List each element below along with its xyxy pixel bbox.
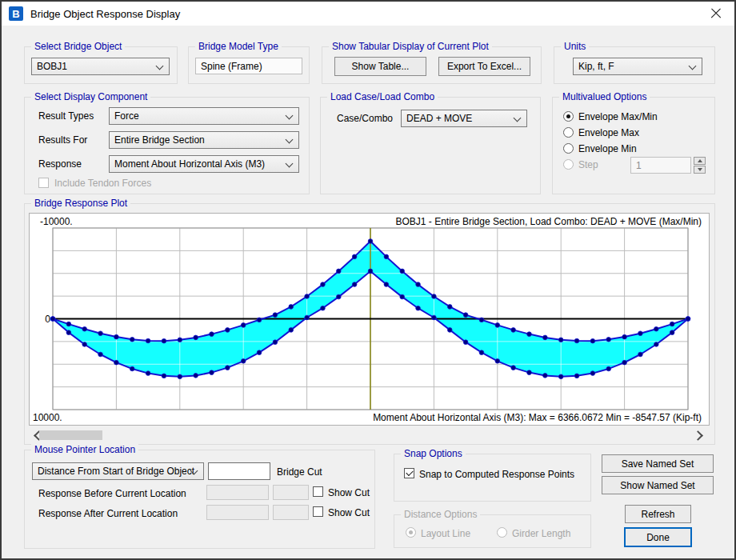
include-tendon-forces-checkbox[interactable] — [38, 178, 49, 188]
group-caption: Bridge Model Type — [195, 41, 282, 52]
y-axis-bottom-label: 10000. — [33, 412, 62, 423]
show-table-button[interactable]: Show Table... — [334, 57, 426, 76]
chevron-down-icon — [286, 160, 294, 168]
group-tabular-display: Show Tabular Display of Current Plot Sho… — [322, 46, 542, 84]
radio-layout-line[interactable] — [406, 527, 416, 538]
show-cut-after-label: Show Cut — [328, 507, 370, 518]
chevron-down-icon — [514, 114, 522, 122]
response-before-value-field — [206, 485, 269, 500]
show-cut-before-checkbox[interactable] — [313, 486, 323, 497]
step-label: Step — [578, 159, 598, 170]
step-input[interactable]: 1 — [630, 157, 691, 174]
response-after-label: Response After Current Location — [38, 508, 178, 519]
response-before-units-field — [273, 485, 309, 500]
response-select[interactable]: Moment About Horizontal Axis (M3) — [109, 155, 299, 173]
case-combo-value: DEAD + MOVE — [406, 113, 472, 124]
export-to-excel-button[interactable]: Export To Excel... — [438, 57, 530, 76]
snap-to-response-points-checkbox[interactable] — [404, 468, 414, 478]
units-select[interactable]: Kip, ft, F — [573, 58, 702, 75]
save-named-set-button[interactable]: Save Named Set — [602, 454, 714, 473]
y-axis-top-label: -10000. — [40, 216, 73, 227]
envelope-max-label: Envelope Max — [578, 127, 639, 138]
radio-envelope-min[interactable] — [563, 143, 574, 154]
show-named-set-button[interactable]: Show Named Set — [602, 476, 714, 494]
bridge-cut-input[interactable] — [208, 462, 270, 480]
group-caption: Mouse Pointer Location — [31, 444, 138, 455]
group-bridge-model-type: Bridge Model Type Spine (Frame) — [188, 46, 310, 84]
results-for-label: Results For — [38, 134, 87, 146]
y-axis-zero-label: 0 — [45, 314, 50, 325]
show-cut-after-checkbox[interactable] — [313, 506, 323, 517]
bridge-model-type-field: Spine (Frame) — [195, 58, 302, 74]
spin-down-icon[interactable] — [694, 166, 706, 174]
plot-horizontal-scrollbar[interactable] — [29, 429, 708, 442]
group-distance-options: Distance Options Layout Line Girder Leng… — [394, 514, 591, 548]
scrollbar-thumb[interactable] — [39, 430, 102, 440]
bridge-object-value: BOBJ1 — [37, 61, 67, 72]
response-plot-svg[interactable]: -10000.BOBJ1 - Entire Bridge Section, Lo… — [30, 214, 709, 425]
chevron-down-icon — [156, 62, 164, 70]
result-types-select[interactable]: Force — [109, 107, 299, 125]
app-icon: B — [9, 6, 23, 21]
group-caption: Units — [561, 41, 589, 52]
results-for-select[interactable]: Entire Bridge Section — [109, 131, 299, 149]
plot-title: BOBJ1 - Entire Bridge Section, Load Comb… — [396, 216, 702, 227]
group-bridge-response-plot: Bridge Response Plot -10000.BOBJ1 - Enti… — [24, 203, 715, 445]
layout-line-label: Layout Line — [421, 528, 470, 539]
group-display-component: Select Display Component Result Types Fo… — [24, 97, 310, 194]
chevron-down-icon — [286, 112, 294, 120]
group-units: Units Kip, ft, F — [554, 46, 715, 84]
done-button[interactable]: Done — [624, 527, 692, 547]
titlebar: B Bridge Object Response Display — [2, 2, 734, 26]
group-caption: Show Tabular Display of Current Plot — [329, 41, 492, 52]
response-before-label: Response Before Current Location — [38, 488, 186, 499]
response-value: Moment About Horizontal Axis (M3) — [114, 158, 265, 170]
result-types-value: Force — [114, 110, 139, 122]
girder-length-label: Girder Length — [512, 528, 570, 539]
bridge-cut-label: Bridge Cut — [277, 466, 322, 478]
group-caption: Select Bridge Object — [31, 41, 125, 52]
units-value: Kip, ft, F — [578, 61, 614, 72]
pointer-mode-value: Distance From Start of Bridge Object — [38, 466, 194, 477]
group-caption: Load Case/Load Combo — [327, 91, 438, 102]
response-after-value-field — [206, 505, 269, 520]
plot-status-text: Moment About Horizontal Axis (M3): Max =… — [373, 412, 702, 423]
envelope-min-label: Envelope Min — [578, 143, 637, 154]
envelope-maxmin-label: Envelope Max/Min — [578, 111, 658, 122]
response-plot-panel[interactable]: -10000.BOBJ1 - Entire Bridge Section, Lo… — [29, 213, 710, 426]
response-after-units-field — [273, 505, 309, 520]
bridge-object-select[interactable]: BOBJ1 — [31, 58, 170, 75]
case-combo-select[interactable]: DEAD + MOVE — [401, 110, 527, 127]
result-types-label: Result Types — [38, 110, 94, 122]
show-cut-before-label: Show Cut — [328, 487, 370, 498]
group-caption: Multivalued Options — [559, 91, 650, 102]
case-combo-label: Case/Combo — [337, 113, 393, 124]
group-multivalued-options: Multivalued Options Envelope Max/Min Env… — [552, 97, 715, 194]
step-spinner — [694, 157, 706, 174]
include-tendon-forces-label: Include Tendon Forces — [54, 178, 151, 189]
bridge-object-response-display-dialog: B Bridge Object Response Display Select … — [0, 0, 736, 560]
results-for-value: Entire Bridge Section — [114, 134, 205, 146]
scroll-right-icon[interactable] — [693, 430, 703, 441]
radio-step[interactable] — [563, 159, 574, 170]
group-mouse-pointer-location: Mouse Pointer Location Distance From Sta… — [24, 450, 375, 549]
chevron-down-icon — [286, 136, 294, 144]
chevron-down-icon — [689, 62, 697, 70]
group-caption: Distance Options — [401, 509, 480, 520]
refresh-button[interactable]: Refresh — [625, 505, 691, 523]
radio-envelope-maxmin[interactable] — [563, 111, 574, 122]
radio-girder-length[interactable] — [497, 527, 507, 538]
group-snap-options: Snap Options Snap to Computed Response P… — [394, 454, 591, 502]
radio-envelope-max[interactable] — [563, 127, 574, 138]
group-caption: Snap Options — [401, 448, 466, 459]
group-caption: Bridge Response Plot — [31, 198, 130, 209]
spin-up-icon[interactable] — [694, 157, 706, 165]
response-label: Response — [38, 158, 82, 170]
snap-to-response-points-label: Snap to Computed Response Points — [419, 469, 574, 480]
close-icon[interactable] — [710, 8, 722, 19]
window-title: Bridge Object Response Display — [30, 8, 180, 20]
group-load-case: Load Case/Load Combo Case/Combo DEAD + M… — [320, 97, 541, 194]
pointer-mode-select[interactable]: Distance From Start of Bridge Object — [32, 462, 204, 480]
group-caption: Select Display Component — [31, 91, 150, 102]
group-select-bridge-object: Select Bridge Object BOBJ1 — [24, 46, 178, 84]
